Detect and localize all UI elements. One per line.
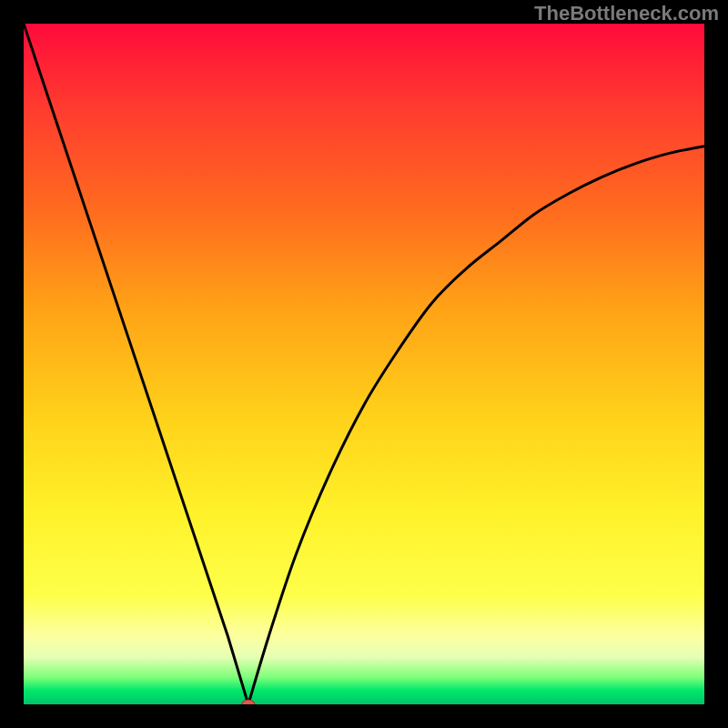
curve-path — [24, 24, 704, 704]
optimal-marker — [242, 700, 255, 704]
chart-frame: TheBottleneck.com — [0, 0, 728, 728]
watermark-text: TheBottleneck.com — [534, 2, 719, 25]
bottleneck-curve — [24, 24, 704, 704]
plot-area — [24, 24, 704, 704]
